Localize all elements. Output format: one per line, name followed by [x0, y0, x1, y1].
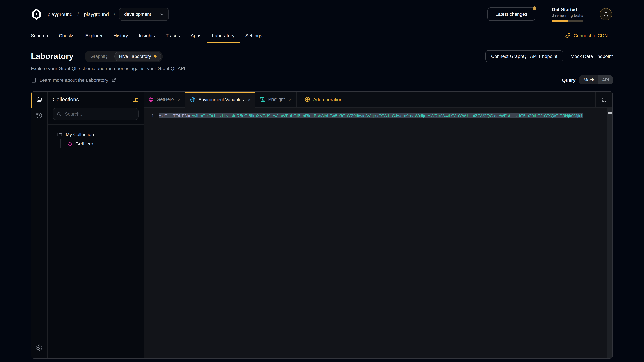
- external-link-icon: [112, 78, 116, 82]
- graphql-icon: [68, 141, 72, 146]
- collections-sidebar: Collections My Collection: [48, 91, 144, 358]
- learn-more-link[interactable]: Learn more about the Laboratory: [31, 77, 116, 83]
- query-mode-option-mock[interactable]: Mock: [579, 75, 598, 84]
- add-operation-label: Add operation: [313, 97, 342, 102]
- nav-tab-insights[interactable]: Insights: [134, 28, 160, 42]
- plus-circle-icon: [304, 96, 310, 102]
- env-var-value: eyJhbGciOiJIUzI1NiIsInR5cCI6IkpXVCJ9.eyJ…: [190, 113, 583, 118]
- tab-gethero[interactable]: GetHero ×: [144, 91, 186, 107]
- link-icon: [565, 33, 570, 38]
- graphql-icon: [148, 97, 154, 102]
- chevron-down-icon: [160, 12, 164, 16]
- notification-dot: [533, 6, 536, 10]
- collections-search[interactable]: [53, 108, 138, 120]
- tab-label: Environment Variables: [198, 97, 244, 102]
- hive-logo-icon[interactable]: [31, 8, 42, 19]
- fullscreen-icon: [602, 97, 607, 102]
- environment-selector-value: development: [124, 11, 151, 17]
- page-title: Laboratory: [31, 52, 74, 61]
- globe-icon: [190, 97, 196, 102]
- editor-line-1[interactable]: 1 AUTH_TOKEN=eyJhbGciOiJIUzI1NiIsInR5cCI…: [144, 113, 612, 119]
- folder-icon: [57, 132, 62, 137]
- new-feature-dot: [154, 55, 157, 58]
- toggle-option-graphiql[interactable]: GraphiQL: [86, 52, 114, 61]
- rail-settings-button[interactable]: [31, 340, 48, 356]
- tabbar-spacer: [350, 91, 595, 107]
- nav-tab-apps[interactable]: Apps: [185, 28, 207, 42]
- toggle-option-label: Hive Laboratory: [119, 54, 151, 59]
- avatar[interactable]: [600, 8, 612, 20]
- collections-icon: [36, 96, 42, 103]
- collections-title: Collections: [53, 96, 79, 102]
- sidebar-rail: [31, 91, 48, 358]
- title-divider: [79, 52, 79, 60]
- nav-tab-laboratory[interactable]: Laboratory: [206, 28, 240, 42]
- tab-label: GetHero: [157, 97, 174, 102]
- rail-history-button[interactable]: [31, 108, 48, 124]
- close-icon[interactable]: ×: [248, 97, 251, 102]
- query-mode-label: Query: [562, 77, 576, 83]
- close-icon[interactable]: ×: [289, 96, 292, 102]
- search-icon: [56, 111, 62, 116]
- top-header: playground / playground / development La…: [0, 0, 644, 28]
- nav-tab-schema[interactable]: Schema: [26, 28, 54, 42]
- gear-icon: [36, 344, 42, 351]
- tab-environment-variables[interactable]: Environment Variables ×: [186, 91, 256, 108]
- connect-to-cdn-link[interactable]: Connect to CDN: [565, 28, 608, 42]
- folder-plus-icon[interactable]: [132, 96, 138, 102]
- tab-label: Preflight: [268, 97, 285, 102]
- get-started-progress-fill: [552, 20, 568, 22]
- rail-collections-button[interactable]: [31, 91, 48, 108]
- app-root: playground / playground / development La…: [0, 0, 644, 362]
- env-var-name: AUTH_TOKEN=: [159, 113, 190, 118]
- query-mode-control: Query Mock API: [562, 75, 613, 84]
- operation-label: GetHero: [76, 141, 93, 146]
- environment-variables-editor[interactable]: 1 AUTH_TOKEN=eyJhbGciOiJIUzI1NiIsInR5cCI…: [144, 108, 612, 358]
- breadcrumb-org[interactable]: playground: [48, 11, 72, 17]
- breadcrumb-project[interactable]: playground: [84, 11, 109, 17]
- tab-preflight[interactable]: Preflight ×: [256, 91, 296, 107]
- operation-tabbar: GetHero × Environment Variables × Prefl: [144, 91, 612, 108]
- laboratory-panel: Collections My Collection: [31, 91, 613, 359]
- nav-tab-settings[interactable]: Settings: [240, 28, 268, 42]
- collections-tree: My Collection GetHero: [48, 125, 144, 148]
- search-input[interactable]: [64, 111, 135, 117]
- fullscreen-button[interactable]: [595, 91, 612, 107]
- close-icon[interactable]: ×: [178, 96, 181, 102]
- mock-data-endpoint-button[interactable]: Mock Data Endpoint: [570, 54, 613, 59]
- environment-selector[interactable]: development: [119, 7, 169, 21]
- page-description: Explore your GraphQL schema and run quer…: [31, 66, 613, 71]
- connect-graphql-api-endpoint-button[interactable]: Connect GraphQL API Endpoint: [485, 50, 563, 62]
- breadcrumb: playground / playground /: [48, 11, 115, 17]
- latest-changes-button[interactable]: Latest changes: [487, 7, 535, 21]
- add-operation-button[interactable]: Add operation: [296, 91, 350, 107]
- book-icon: [31, 77, 36, 83]
- nav-tab-explorer[interactable]: Explorer: [80, 28, 108, 42]
- get-started-widget[interactable]: Get Started 3 remaining tasks: [552, 6, 583, 22]
- nav-tab-checks[interactable]: Checks: [54, 28, 80, 42]
- get-started-progressbar: [552, 20, 583, 22]
- breadcrumb-separator: /: [114, 11, 115, 17]
- query-mode-option-api[interactable]: API: [598, 75, 613, 84]
- get-started-subtitle: 3 remaining tasks: [552, 13, 583, 17]
- laboratory-hero: Laboratory GraphiQL Hive Laboratory Conn…: [0, 43, 644, 84]
- get-started-title: Get Started: [552, 6, 583, 12]
- editor-scrollbar[interactable]: [608, 108, 612, 358]
- nav-tab-history[interactable]: History: [108, 28, 133, 42]
- connect-to-cdn-label: Connect to CDN: [574, 33, 608, 38]
- operation-row-gethero[interactable]: GetHero: [61, 139, 144, 148]
- project-nav: Schema Checks Explorer History Insights …: [0, 28, 644, 43]
- nav-tab-traces[interactable]: Traces: [160, 28, 185, 42]
- script-icon: [260, 97, 265, 102]
- learn-more-label: Learn more about the Laboratory: [40, 77, 108, 83]
- breadcrumb-separator: /: [78, 11, 79, 17]
- user-icon: [603, 11, 609, 17]
- nav-spacer: [268, 28, 565, 42]
- latest-changes-label: Latest changes: [496, 11, 527, 17]
- collection-folder-row[interactable]: My Collection: [48, 130, 144, 139]
- workspace: GetHero × Environment Variables × Prefl: [144, 91, 612, 358]
- collection-folder-label: My Collection: [66, 132, 94, 137]
- active-rail-indicator: [31, 91, 32, 108]
- toggle-option-hive-laboratory[interactable]: Hive Laboratory: [114, 51, 162, 61]
- line-number: 1: [144, 113, 159, 119]
